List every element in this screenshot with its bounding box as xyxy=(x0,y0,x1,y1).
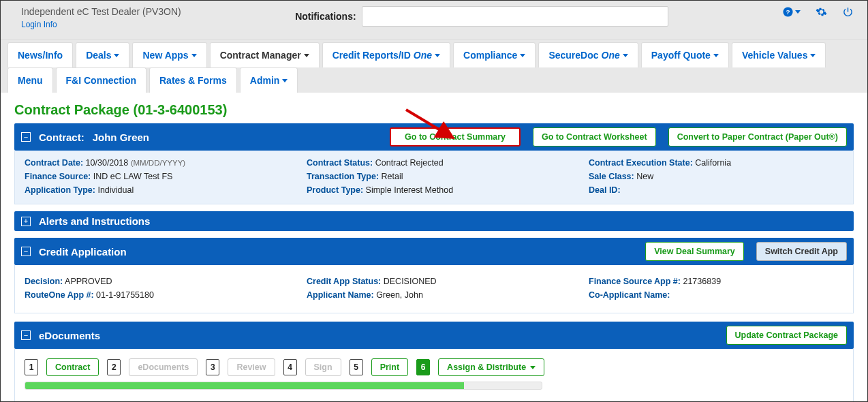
main-nav-tab-news-info[interactable]: News/Info xyxy=(7,42,73,67)
main-nav-tab-deals[interactable]: Deals xyxy=(76,42,129,67)
step-number-1: 1 xyxy=(25,359,38,375)
collapse-toggle[interactable]: − xyxy=(21,132,31,142)
contract-panel-header: − Contract: John Green Go to Contract Su… xyxy=(14,123,854,151)
chevron-down-icon xyxy=(304,54,309,57)
chevron-down-icon xyxy=(623,54,628,57)
chevron-down-icon xyxy=(520,54,525,57)
alerts-title: Alerts and Instructions xyxy=(39,215,150,227)
contract-person-name: John Green xyxy=(93,132,149,143)
chevron-down-icon xyxy=(191,54,197,57)
credit-title: Credit Application xyxy=(39,246,127,258)
notifications: Notifications: xyxy=(295,6,668,27)
view-deal-summary-button[interactable]: View Deal Summary xyxy=(645,242,744,261)
main-nav-tab-new-apps[interactable]: New Apps xyxy=(132,42,206,67)
main-nav: News/InfoDealsNew AppsContract ManagerCr… xyxy=(1,39,867,67)
chevron-down-icon xyxy=(114,54,119,57)
settings-button[interactable] xyxy=(816,6,827,18)
question-circle-icon: ? xyxy=(782,6,794,18)
dealer-name: Independent eC Test Dealer (PV3ON) xyxy=(21,6,181,17)
credit-panel-header: − Credit Application View Deal Summary S… xyxy=(14,238,854,265)
alerts-panel-header: + Alerts and Instructions xyxy=(14,211,854,231)
sub-nav-tab-f-i-connection[interactable]: F&I Connection xyxy=(56,67,146,93)
contract-panel-body: Contract Date: 10/30/2018 (MM/DD/YYYY) F… xyxy=(14,151,854,204)
main-nav-tab-contract-manager[interactable]: Contract Manager xyxy=(210,42,320,67)
login-info-link[interactable]: Login Info xyxy=(21,20,181,29)
edoc-panel-header: − eDocuments Update Contract Package xyxy=(14,322,854,349)
sub-nav: MenuF&I ConnectionRates & FormsAdmin xyxy=(1,67,867,93)
sub-nav-tab-rates-forms[interactable]: Rates & Forms xyxy=(149,67,237,93)
main-nav-tab-credit-reports-id[interactable]: Credit Reports/IDOne xyxy=(322,42,450,67)
edoc-panel-body: 1Contract2eDocuments3Review4Sign5Print6A… xyxy=(14,349,854,402)
main-nav-tab-payoff-quote[interactable]: Payoff Quote xyxy=(641,42,729,67)
main-nav-tab-securedoc[interactable]: SecureDocOne xyxy=(538,42,638,67)
chevron-down-icon xyxy=(530,366,536,369)
chevron-down-icon xyxy=(713,54,719,57)
power-button[interactable] xyxy=(842,6,854,18)
step-review-button: Review xyxy=(228,358,275,376)
step-print-button[interactable]: Print xyxy=(371,358,408,376)
step-sign-button: Sign xyxy=(305,358,341,376)
collapse-toggle[interactable]: − xyxy=(21,330,31,340)
step-number-2: 2 xyxy=(107,359,121,375)
step-edocuments-button: eDocuments xyxy=(129,358,198,376)
step-contract-button[interactable]: Contract xyxy=(46,358,99,376)
chevron-down-icon xyxy=(810,54,816,57)
steps-progress-bar xyxy=(25,382,542,390)
notifications-label: Notifications: xyxy=(295,11,356,22)
step-number-6: 6 xyxy=(416,359,430,375)
notifications-box[interactable] xyxy=(362,6,668,27)
step-number-4: 4 xyxy=(283,359,297,375)
gear-icon xyxy=(816,6,827,18)
step-assign-distribute-button[interactable]: Assign & Distribute xyxy=(438,358,544,376)
go-to-contract-worksheet-button[interactable]: Go to Contract Worksheet xyxy=(533,127,656,146)
help-dropdown[interactable]: ? xyxy=(782,6,801,18)
collapse-toggle[interactable]: − xyxy=(21,247,31,256)
go-to-contract-summary-button[interactable]: Go to Contract Summary xyxy=(390,127,521,146)
credit-panel-body: Decision: APPROVED RouteOne App #: 01-1-… xyxy=(14,265,854,313)
main-nav-tab-compliance[interactable]: Compliance xyxy=(453,42,536,67)
power-icon xyxy=(842,6,854,18)
chevron-down-icon xyxy=(282,79,288,82)
chevron-down-icon xyxy=(435,54,440,57)
main-nav-tab-vehicle-values[interactable]: Vehicle Values xyxy=(732,42,826,67)
top-bar: Independent eC Test Dealer (PV3ON) Login… xyxy=(1,1,867,39)
edoc-title: eDocuments xyxy=(39,330,100,341)
contract-title-label: Contract: xyxy=(39,132,84,143)
update-contract-package-button[interactable]: Update Contract Package xyxy=(726,326,847,345)
sub-nav-tab-admin[interactable]: Admin xyxy=(240,67,298,93)
page-title: Contract Package (01-3-6400153) xyxy=(14,102,854,118)
sub-nav-tab-menu[interactable]: Menu xyxy=(7,67,53,93)
convert-to-paper-button[interactable]: Convert to Paper Contract (Paper Out®) xyxy=(668,127,847,146)
svg-text:?: ? xyxy=(786,8,790,16)
switch-credit-app-button[interactable]: Switch Credit App xyxy=(756,242,847,261)
step-number-5: 5 xyxy=(350,359,363,375)
expand-toggle[interactable]: + xyxy=(21,217,31,226)
step-number-3: 3 xyxy=(206,359,219,375)
